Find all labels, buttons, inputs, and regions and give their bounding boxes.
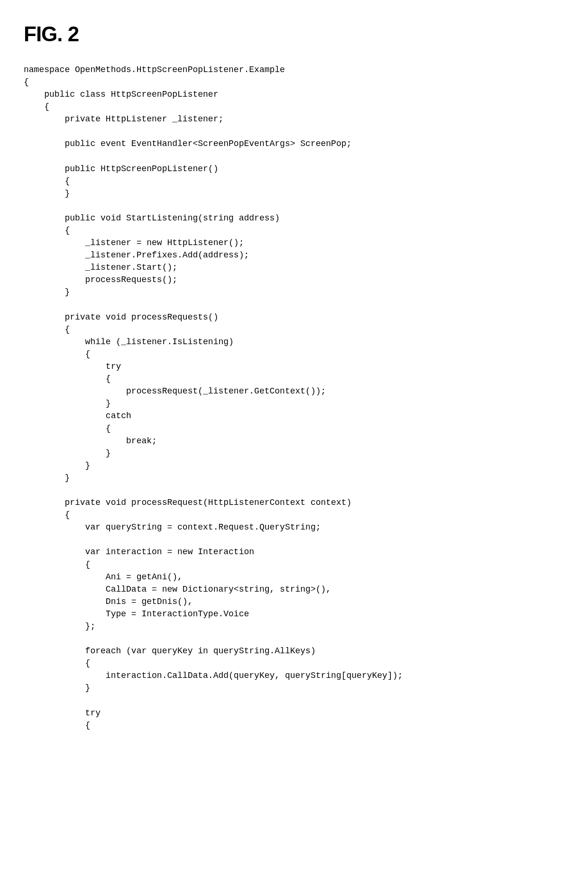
figure-title: FIG. 2: [24, 19, 564, 49]
code-listing: namespace OpenMethods.HttpScreenPopListe…: [24, 64, 564, 731]
